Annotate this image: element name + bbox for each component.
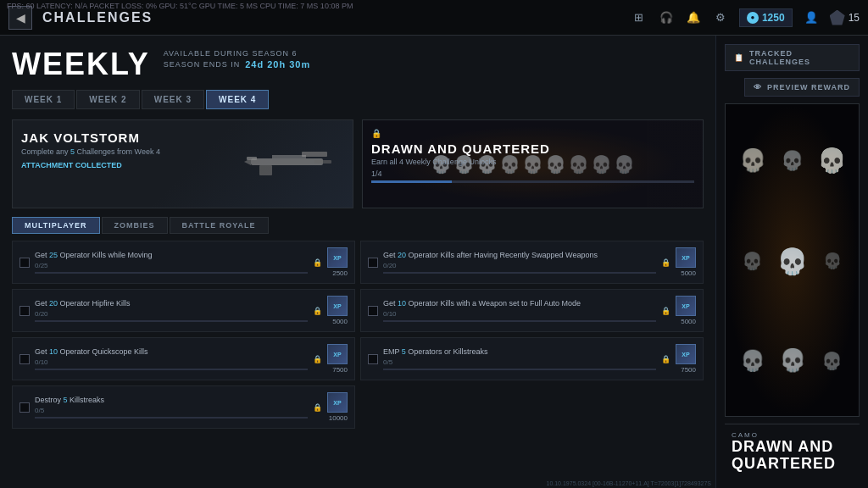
bottom-info: 10.10.1975.0324 [00-16B-11270+11.A] T=72… [547,480,712,486]
tab-multiplayer[interactable]: MULTIPLAYER [12,217,100,234]
season-ends-label: SEASON ENDS IN [164,60,241,69]
drawn-progress-bar [371,180,694,183]
weekly-header: WEEKLY AVAILABLE DURING SEASON 6 SEASON … [12,49,704,80]
mode-tabs: MULTIPLAYER ZOMBIES BATTLE ROYALE [12,217,704,234]
page-title: CHALLENGES [42,10,153,25]
tab-battle-royale[interactable]: BATTLE ROYALE [170,217,269,234]
reward-icon: XP [676,296,696,316]
challenge-reward: XP 5000 [676,247,696,277]
lock-icon: 🔒 [661,307,670,315]
season-ends-time: 24d 20h 30m [245,59,310,69]
challenge-row: Get 20 Operator Hipfire Kills 0/20 🔒 XP … [12,289,355,332]
challenge-name: Get 10 Operator Quickscope Kills [35,347,308,358]
challenge-info: Destroy 5 Killstreaks 0/5 [35,396,308,419]
drawn-lock: 🔒 [371,129,694,138]
jak-weapon-image [242,143,344,186]
tab-zombies[interactable]: ZOMBIES [102,217,168,234]
challenge-row: Get 10 Operator Quickscope Kills 0/10 🔒 … [12,337,355,380]
drawn-content: 🔒 DRAWN AND QUARTERED Earn all 4 Weekly … [371,129,694,183]
right-panel: 📋 TRACKED CHALLENGES 👁 PREVIEW REWARD 💀 … [715,36,868,488]
available-text: AVAILABLE DURING SEASON 6 [164,49,311,58]
challenge-reward: XP 5000 [676,296,696,325]
challenge-grid: Get 25 Operator Kills while Moving 0/25 … [12,241,704,429]
token-amount: 15 [849,12,860,24]
challenge-info: Get 10 Operator Kills with a Weapon set … [383,299,656,323]
camo-preview: 💀 💀 💀 💀 💀 💀 💀 💀 💀 [725,103,860,417]
challenge-progress-text: 0/10 [35,358,308,366]
currency-amount: 1250 [762,12,785,24]
grid-icon[interactable]: ⊞ [631,9,648,26]
currency-icon: ● [747,12,759,24]
main-content: WEEKLY AVAILABLE DURING SEASON 6 SEASON … [0,36,868,488]
challenge-name: Get 25 Operator Kills while Moving [35,251,308,261]
challenge-reward: XP 7500 [327,344,348,374]
tracked-challenges-button[interactable]: 📋 TRACKED CHALLENGES [725,44,860,71]
lock-icon: 🔒 [313,258,322,267]
tokens-badge: 15 [830,10,860,25]
challenge-progress-bar [35,417,308,419]
tab-week1[interactable]: WEEK 1 [12,90,75,109]
back-icon: ◀ [16,11,25,25]
lock-icon: 🔒 [313,355,322,363]
challenge-row: Get 10 Operator Kills with a Weapon set … [360,289,704,332]
tab-week4[interactable]: WEEK 4 [206,90,269,109]
reward-amount: 5000 [327,318,348,325]
challenge-row: EMP 5 Operators or Killstreaks 0/5 🔒 XP … [360,337,704,380]
top-right-icons: ⊞ 🎧 🔔 ⚙ ● 1250 👤 15 [631,8,860,27]
drawn-title: DRAWN AND QUARTERED [371,141,694,156]
challenge-progress-text: 0/10 [383,310,656,318]
lock-icon: 🔒 [313,307,322,315]
challenge-reward: XP 5000 [327,296,348,325]
challenge-name: Get 20 Operator Hipfire Kills [35,299,308,309]
challenge-progress-text: 0/20 [383,262,656,269]
challenge-name: Destroy 5 Killstreaks [35,396,308,406]
week-tabs: WEEK 1 WEEK 2 WEEK 3 WEEK 4 [12,90,704,109]
challenge-progress-text: 0/5 [383,358,656,366]
preview-icon: 👁 [754,83,762,92]
jak-desc-prefix: Complete any [21,147,70,156]
challenge-checkbox[interactable] [368,354,378,364]
tab-week2[interactable]: WEEK 2 [76,90,139,109]
challenge-progress-text: 0/20 [35,310,308,318]
weekly-meta: AVAILABLE DURING SEASON 6 SEASON ENDS IN… [164,49,311,69]
challenge-info: Get 25 Operator Kills while Moving 0/25 [35,251,308,274]
camo-label-name: DRAWN AND QUARTERED [732,439,853,473]
challenge-checkbox[interactable] [19,258,30,268]
challenge-checkbox[interactable] [368,258,378,268]
reward-amount: 5000 [676,269,696,277]
notification-icon[interactable]: 🔔 [685,9,702,26]
lock-icon: 🔒 [661,258,670,267]
challenge-progress-bar [383,320,656,322]
svg-rect-3 [247,157,257,160]
profile-icon[interactable]: 👤 [803,9,820,26]
svg-rect-4 [314,160,331,164]
camo-skulls-bg: 💀 💀 💀 💀 💀 💀 💀 💀 💀 [726,104,859,416]
camo-label-area: CAMO DRAWN AND QUARTERED [725,424,860,480]
headset-icon[interactable]: 🎧 [658,9,675,26]
weekly-title: WEEKLY [12,49,150,80]
tab-week3[interactable]: WEEK 3 [142,90,204,109]
token-icon [830,10,845,25]
preview-reward-button[interactable]: 👁 PREVIEW REWARD [744,78,860,97]
challenge-checkbox[interactable] [19,402,30,413]
challenge-reward: XP 2500 [327,247,348,277]
challenge-checkbox[interactable] [19,354,30,364]
lock-icon: 🔒 [313,403,322,412]
challenge-checkbox[interactable] [19,306,30,316]
drawn-desc: Earn all 4 Weekly Challenge Unlocks [371,158,694,166]
challenge-name: EMP 5 Operators or Killstreaks [383,347,656,358]
reward-icon: XP [676,344,696,364]
reward-amount: 7500 [327,366,348,374]
challenge-checkbox[interactable] [368,306,378,316]
preview-label: PREVIEW REWARD [767,83,850,92]
challenge-name: Get 20 Operator Kills after Having Recen… [383,251,656,261]
challenge-reward: XP 7500 [676,344,696,374]
drawn-card: 💀 💀 💀 💀 💀 💀 💀 💀 💀 🔒 DRAWN AND QUARTERED [362,119,704,208]
left-panel: WEEKLY AVAILABLE DURING SEASON 6 SEASON … [0,36,715,488]
challenge-info: Get 20 Operator Hipfire Kills 0/20 [35,299,308,323]
settings-icon[interactable]: ⚙ [712,9,729,26]
currency-badge: ● 1250 [739,8,793,27]
challenge-row: Destroy 5 Killstreaks 0/5 🔒 XP 10000 [12,385,355,429]
svg-rect-5 [272,155,306,158]
jak-desc-suffix: Challenges from Week 4 [75,147,160,156]
